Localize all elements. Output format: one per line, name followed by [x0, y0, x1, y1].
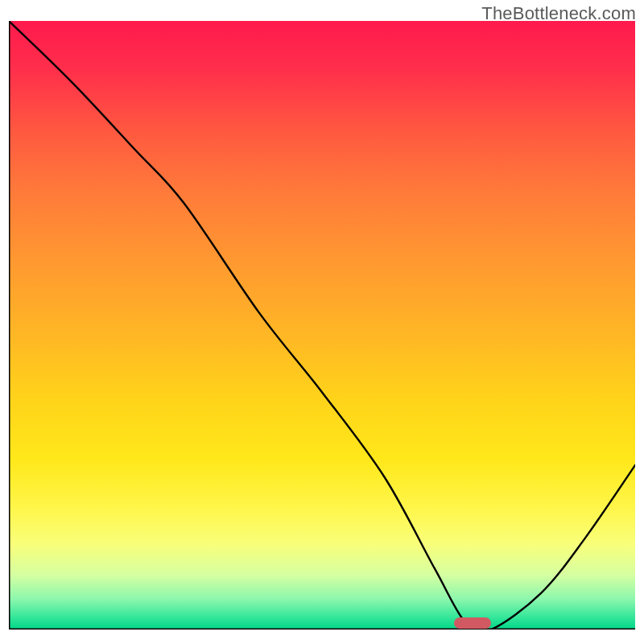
optimal-point-marker	[454, 617, 491, 629]
gradient-plot-background	[9, 21, 635, 630]
watermark-text: TheBottleneck.com	[481, 3, 636, 24]
